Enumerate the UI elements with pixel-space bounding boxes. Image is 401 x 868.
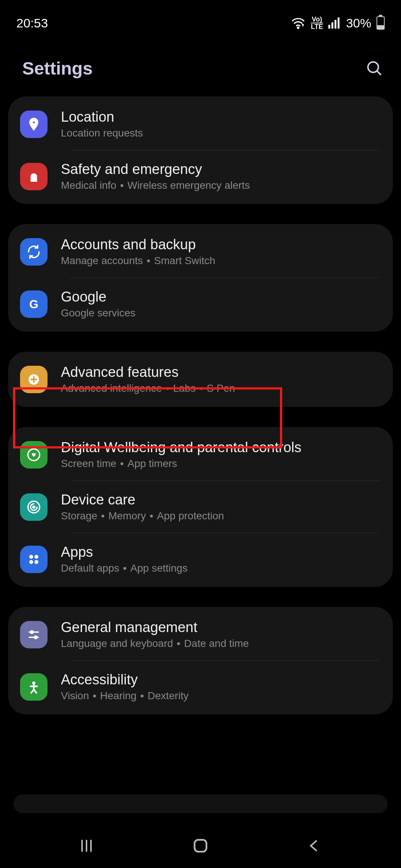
settings-item-safety[interactable]: Safety and emergencyMedical info•Wireles… — [8, 150, 393, 203]
battery-percent: 30% — [346, 16, 371, 30]
separator-dot: • — [123, 562, 127, 574]
back-button[interactable] — [306, 837, 323, 855]
settings-item-subtitle: Vision•Hearing•Dexterity — [61, 690, 189, 702]
battery-icon — [376, 16, 385, 30]
settings-item-subtitle: Advanced intelligence•Labs•S Pen — [61, 382, 235, 394]
settings-group: General managementLanguage and keyboard•… — [8, 607, 393, 714]
separator-dot: • — [199, 382, 203, 394]
settings-item-title: Location — [61, 109, 143, 125]
settings-item-wellbeing[interactable]: Digital Wellbeing and parental controlsS… — [8, 428, 393, 481]
recents-button[interactable] — [78, 837, 95, 855]
settings-item-advanced[interactable]: Advanced featuresAdvanced intelligence•L… — [8, 353, 393, 405]
settings-item-text: GoogleGoogle services — [61, 289, 136, 319]
separator-dot: • — [120, 180, 124, 191]
settings-item-text: AccessibilityVision•Hearing•Dexterity — [61, 672, 189, 702]
settings-item-text: Accounts and backupManage accounts•Smart… — [61, 237, 215, 267]
settings-item-sub: Language and keyboard — [61, 638, 173, 649]
svg-rect-8 — [33, 176, 35, 179]
svg-rect-29 — [195, 840, 206, 852]
search-button[interactable] — [364, 58, 385, 79]
settings-item-sub: Medical info — [61, 180, 116, 191]
svg-rect-3 — [335, 20, 336, 29]
settings-item-title: Google — [61, 289, 136, 305]
signal-icon — [328, 17, 341, 29]
settings-item-title: Apps — [61, 544, 188, 560]
settings-item-sub: S Pen — [207, 382, 235, 394]
settings-item-sub: Dexterity — [147, 690, 188, 701]
settings-item-sub: Hearing — [100, 690, 137, 701]
separator-dot: • — [177, 638, 180, 649]
settings-item-devicecare[interactable]: Device careStorage•Memory•App protection — [8, 481, 393, 533]
svg-rect-4 — [338, 17, 339, 29]
svg-point-5 — [368, 62, 378, 72]
svg-point-19 — [29, 560, 33, 564]
settings-item-subtitle: Storage•Memory•App protection — [61, 510, 224, 522]
dots4-icon — [20, 546, 48, 573]
svg-point-17 — [29, 555, 33, 559]
search-icon — [365, 59, 383, 77]
settings-item-subtitle: Screen time•App timers — [61, 458, 301, 470]
settings-item-title: General management — [61, 619, 249, 635]
settings-item-subtitle: Language and keyboard•Date and time — [61, 638, 249, 650]
settings-item-google[interactable]: GGoogleGoogle services — [8, 278, 393, 330]
settings-item-apps[interactable]: AppsDefault apps•App settings — [8, 533, 393, 585]
settings-item-title: Advanced features — [61, 364, 235, 380]
back-icon — [306, 837, 323, 855]
settings-item-title: Device care — [61, 492, 224, 508]
settings-item-sub: App timers — [127, 458, 177, 469]
separator-dot: • — [101, 510, 105, 522]
recents-icon — [78, 837, 95, 855]
settings-item-subtitle: Default apps•App settings — [61, 562, 188, 574]
settings-item-location[interactable]: LocationLocation requests — [8, 98, 393, 150]
wellbeing-icon — [20, 441, 48, 468]
volte-icon: Vo) LTE — [311, 16, 323, 30]
svg-point-20 — [35, 560, 39, 564]
sync-icon — [20, 238, 48, 266]
home-icon — [192, 837, 209, 855]
status-bar: 20:53 Vo) LTE 30% — [0, 0, 401, 36]
settings-item-sub: Manage accounts — [61, 255, 143, 266]
settings-list: LocationLocation requestsSafety and emer… — [0, 96, 401, 714]
settings-item-sub: Smart Switch — [154, 255, 215, 266]
devicecare-icon — [20, 493, 48, 521]
settings-item-sub: Date and time — [184, 638, 249, 649]
settings-item-text: LocationLocation requests — [61, 109, 143, 139]
navigation-bar — [0, 823, 401, 868]
scroll-hint — [13, 795, 388, 813]
settings-item-text: Digital Wellbeing and parental controlsS… — [61, 440, 301, 470]
settings-item-sub: Memory — [108, 510, 146, 522]
settings-group: Digital Wellbeing and parental controlsS… — [8, 427, 393, 587]
page-title: Settings — [22, 58, 92, 79]
settings-item-general[interactable]: General managementLanguage and keyboard•… — [8, 608, 393, 661]
settings-item-title: Safety and emergency — [61, 161, 250, 177]
settings-item-text: Device careStorage•Memory•App protection — [61, 492, 224, 522]
settings-item-accounts[interactable]: Accounts and backupManage accounts•Smart… — [8, 226, 393, 278]
separator-dot: • — [166, 382, 169, 394]
separator-dot: • — [120, 458, 124, 469]
svg-rect-9 — [33, 180, 35, 181]
settings-item-subtitle: Medical info•Wireless emergency alerts — [61, 180, 250, 191]
google-icon: G — [20, 290, 48, 318]
separator-dot: • — [150, 510, 153, 522]
settings-item-subtitle: Google services — [61, 307, 136, 319]
home-button[interactable] — [192, 837, 209, 855]
status-time: 20:53 — [16, 16, 48, 30]
settings-item-title: Accessibility — [61, 672, 189, 688]
siren-icon — [20, 163, 48, 190]
settings-item-text: General managementLanguage and keyboard•… — [61, 619, 249, 650]
settings-item-title: Accounts and backup — [61, 237, 215, 253]
settings-item-title: Digital Wellbeing and parental controls — [61, 440, 301, 456]
settings-item-accessibility[interactable]: AccessibilityVision•Hearing•Dexterity — [8, 661, 393, 713]
settings-item-text: Safety and emergencyMedical info•Wireles… — [61, 161, 250, 191]
svg-point-7 — [32, 121, 36, 124]
settings-group: Accounts and backupManage accounts•Smart… — [8, 224, 393, 332]
settings-group: LocationLocation requestsSafety and emer… — [8, 96, 393, 204]
settings-item-sub: Labs — [173, 382, 196, 394]
svg-point-16 — [33, 506, 35, 508]
person-icon — [20, 673, 48, 701]
settings-item-sub: Google services — [61, 307, 136, 319]
svg-point-18 — [35, 555, 39, 559]
settings-item-sub: Location requests — [61, 127, 143, 139]
settings-item-sub: Advanced intelligence — [61, 382, 162, 394]
svg-point-22 — [30, 631, 33, 633]
